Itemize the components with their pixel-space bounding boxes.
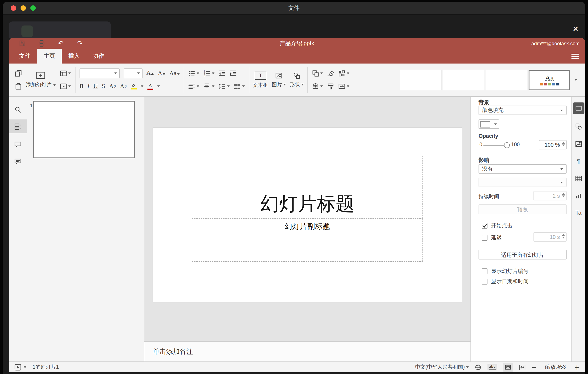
horizontal-align-button[interactable] <box>188 83 199 90</box>
fit-to-slide-button[interactable] <box>503 363 513 372</box>
fill-type-select[interactable]: 颜色填充 <box>479 106 567 115</box>
language-select[interactable]: 中文(中华人民共和国) <box>415 364 469 370</box>
opacity-max-label: 100 <box>511 142 520 147</box>
paste-button[interactable] <box>15 83 22 90</box>
line-spacing-button[interactable] <box>219 83 230 90</box>
tab-insert[interactable]: 插入 <box>62 49 86 64</box>
chart-settings-button[interactable] <box>575 192 582 199</box>
subscript-button[interactable]: A2 <box>120 83 127 90</box>
theme-tile-selected[interactable]: Aa <box>529 70 570 90</box>
opacity-label: Opacity <box>479 133 498 139</box>
slide-settings-button[interactable] <box>573 102 584 114</box>
undo-button[interactable]: ↶ <box>57 39 65 47</box>
slide-number: 1 <box>30 103 33 108</box>
spinner-icon[interactable] <box>562 193 565 197</box>
numbering-button[interactable]: 123 <box>203 70 214 77</box>
subtitle-placeholder[interactable]: 幻灯片副标题 <box>192 218 423 262</box>
highlight-color-button[interactable] <box>131 83 137 89</box>
italic-button[interactable]: I <box>87 83 89 90</box>
text-art-settings-button[interactable]: Ta <box>575 209 581 216</box>
gallery-expand-button[interactable] <box>571 70 580 90</box>
bullets-button[interactable] <box>188 70 199 77</box>
zoom-in-button[interactable]: + <box>574 364 579 370</box>
insert-shape-button[interactable]: 形状 <box>288 64 306 96</box>
insert-textbox-button[interactable]: T 文本框 <box>251 64 270 96</box>
spinner-icon[interactable] <box>562 234 565 238</box>
decrease-indent-button[interactable] <box>219 70 226 77</box>
title-placeholder[interactable]: 幻灯片标题 <box>192 156 423 218</box>
show-slide-number-checkbox[interactable] <box>482 268 487 274</box>
slide-thumbnail[interactable] <box>33 101 135 158</box>
delay-input[interactable]: 10 s <box>534 232 567 242</box>
chevron-down-icon <box>197 72 199 74</box>
document-language-button[interactable] <box>474 363 482 371</box>
copy-style-button[interactable] <box>327 83 335 90</box>
opacity-slider-track[interactable] <box>483 145 506 146</box>
menu-icon[interactable] <box>571 54 579 59</box>
font-color-button[interactable]: A <box>147 83 153 90</box>
slides-panel-button[interactable] <box>9 120 27 133</box>
save-button[interactable] <box>18 39 26 47</box>
zoom-out-button[interactable]: − <box>532 364 537 370</box>
table-settings-button[interactable] <box>575 175 582 182</box>
arrange-shapes-button[interactable] <box>312 70 323 77</box>
slide-canvas[interactable]: 幻灯片标题 幻灯片副标题 <box>153 128 462 302</box>
theme-tile[interactable] <box>443 70 484 90</box>
redo-button[interactable]: ↷ <box>76 39 84 47</box>
tab-home[interactable]: 主页 <box>37 49 62 64</box>
comments-button[interactable] <box>9 137 27 151</box>
chevron-down-icon <box>494 123 497 125</box>
decrement-font-size-button[interactable]: A <box>158 70 166 77</box>
duration-input[interactable]: 2 s <box>534 191 567 200</box>
slide-layout-button[interactable] <box>60 70 71 77</box>
shape-align-button[interactable] <box>312 83 323 90</box>
superscript-button[interactable]: A2 <box>109 83 116 90</box>
opacity-slider-knob[interactable] <box>504 142 510 148</box>
add-slide-button[interactable]: 添加幻灯片 <box>24 64 57 96</box>
effect-variant-select[interactable] <box>479 178 567 187</box>
vertical-align-button[interactable] <box>203 83 214 90</box>
clear-style-button[interactable] <box>327 70 335 77</box>
show-date-time-checkbox[interactable] <box>482 279 487 285</box>
notes-area[interactable]: 单击添加备注 <box>144 341 471 362</box>
columns-button[interactable] <box>234 83 245 90</box>
preview-button[interactable]: 预览 <box>479 204 567 214</box>
change-case-button[interactable]: Aa <box>169 70 180 77</box>
clipboard-group <box>12 64 24 96</box>
opacity-input[interactable]: 100 % <box>539 140 567 149</box>
paragraph-settings-button[interactable]: ¶ <box>577 158 580 165</box>
spinner-icon[interactable] <box>562 142 565 146</box>
print-button[interactable] <box>38 39 46 47</box>
fill-color-select[interactable] <box>479 120 499 129</box>
bold-button[interactable]: B <box>79 83 83 90</box>
close-icon[interactable]: × <box>573 24 578 33</box>
search-button[interactable] <box>9 102 27 116</box>
increment-font-size-button[interactable]: A <box>146 69 154 78</box>
copy-button[interactable] <box>15 70 22 77</box>
chat-button[interactable] <box>9 154 27 168</box>
start-slideshow-status-button[interactable] <box>14 363 21 371</box>
spellcheck-button[interactable]: abc <box>487 364 497 370</box>
tab-file[interactable]: 文件 <box>12 49 37 64</box>
theme-tile[interactable] <box>400 70 441 90</box>
underline-button[interactable]: U <box>93 83 98 90</box>
fit-to-width-button[interactable] <box>518 363 526 371</box>
tab-collaboration[interactable]: 协作 <box>86 49 111 64</box>
shape-icon <box>293 72 301 79</box>
start-slideshow-button[interactable] <box>60 83 71 90</box>
start-on-click-checkbox[interactable] <box>482 223 487 229</box>
effect-select[interactable]: 没有 <box>479 164 567 174</box>
image-settings-button[interactable] <box>575 141 582 148</box>
theme-tile[interactable] <box>486 70 527 90</box>
font-name-select[interactable] <box>79 68 119 78</box>
delay-checkbox[interactable] <box>482 235 487 241</box>
increase-indent-button[interactable] <box>230 70 237 77</box>
insert-image-button[interactable]: 图片 <box>270 64 288 96</box>
strikethrough-button[interactable]: S <box>102 83 105 90</box>
slide-size-button[interactable] <box>338 83 350 90</box>
numbering-icon: 123 <box>203 70 210 77</box>
font-size-select[interactable] <box>124 68 142 78</box>
apply-to-all-slides-button[interactable]: 适用于所有幻灯片 <box>479 250 567 259</box>
color-scheme-button[interactable] <box>338 70 350 77</box>
shape-settings-button[interactable] <box>575 123 582 130</box>
